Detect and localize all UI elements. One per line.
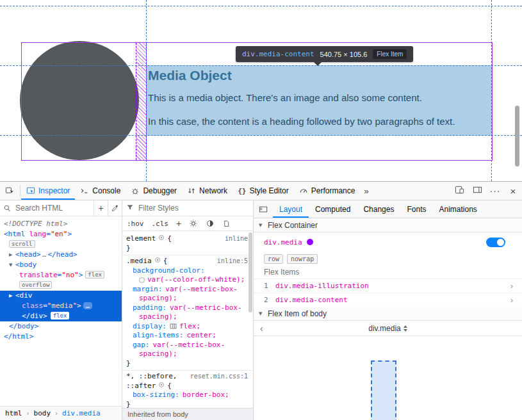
rule-selector[interactable]: .media	[126, 257, 152, 266]
rules-scrollbar[interactable]	[249, 232, 252, 312]
property-name[interactable]: margin:	[133, 285, 162, 295]
flex-badge-active[interactable]: flex	[51, 312, 70, 319]
page-scrollbar[interactable]	[515, 106, 519, 166]
pick-element-button[interactable]	[0, 182, 19, 200]
markup-panel: + <!DOCTYPE html> <html lang="en"> scrol…	[0, 200, 122, 420]
selector-highlighter-icon[interactable]	[158, 382, 165, 391]
close-devtools-button[interactable]: ×	[504, 182, 522, 200]
property-value[interactable]: flex;	[179, 322, 200, 332]
overflow-badge[interactable]: overflow	[19, 281, 52, 289]
property-value[interactable]: var(--metric-box-	[165, 285, 238, 295]
tab-debugger[interactable]: Debugger	[126, 182, 182, 200]
add-node-button[interactable]: +	[94, 200, 108, 216]
dock-options-button[interactable]	[468, 182, 486, 200]
select-arrows-icon	[404, 325, 407, 332]
flex-item-name[interactable]: div.media-illustration	[275, 282, 369, 290]
flex-overlay-color-swatch[interactable]	[307, 239, 313, 245]
property-value[interactable]: spacing);	[139, 312, 177, 322]
property-name[interactable]: align-items:	[133, 331, 183, 341]
flex-item-index: 1	[264, 282, 275, 290]
property-name[interactable]: gap:	[133, 341, 150, 350]
breadcrumb-div-media[interactable]: div.media	[62, 409, 101, 417]
rule-selector[interactable]: element	[126, 234, 156, 244]
body-node[interactable]: ▼<body	[0, 260, 122, 270]
twisty-open-icon[interactable]: ▼	[9, 260, 15, 270]
html-close-node[interactable]: </html>	[0, 332, 122, 342]
more-tabs-button[interactable]: »	[360, 182, 372, 200]
property-value[interactable]: spacing);	[139, 294, 177, 303]
dark-scheme-icon[interactable]	[206, 219, 215, 228]
flex-item-selector[interactable]: div.media	[368, 324, 407, 333]
tab-fonts[interactable]: Fonts	[400, 200, 432, 218]
devtools-toolbar: Inspector Console Debugger Network {} St…	[0, 182, 522, 200]
tab-style-editor[interactable]: {} Style Editor	[232, 182, 294, 200]
tab-console[interactable]: Console	[75, 182, 126, 200]
rules-toolbar: :hov .cls +	[122, 216, 253, 231]
tab-animations[interactable]: Animations	[432, 200, 483, 218]
selector-highlighter-icon[interactable]	[154, 257, 161, 266]
color-swatch[interactable]	[139, 277, 145, 283]
scroll-badge[interactable]: scroll	[9, 240, 35, 248]
pseudo-class-button[interactable]: :hov	[127, 220, 144, 228]
flex-overlay-toggle[interactable]	[486, 238, 505, 247]
devtools-menu-button[interactable]: ···	[486, 182, 504, 200]
rule-media: .media{inline:5 background-color: var(--…	[122, 255, 253, 371]
flex-item-section-header[interactable]: ▼Flex Item of body	[254, 307, 522, 321]
property-value[interactable]: center;	[186, 331, 216, 341]
property-name[interactable]: box-sizing:	[133, 391, 179, 400]
selected-div-media-node[interactable]: ▶<div class="media">… </div>flex	[0, 291, 122, 321]
html-node[interactable]: <html lang="en">	[0, 229, 122, 239]
flex-badge[interactable]: flex	[85, 271, 104, 279]
property-name[interactable]: padding:	[133, 303, 167, 313]
breadcrumb-html[interactable]: html	[5, 409, 22, 417]
add-rule-button[interactable]: +	[176, 218, 181, 229]
tab-computed[interactable]: Computed	[309, 200, 357, 218]
flex-container-element[interactable]: div.media	[264, 238, 302, 246]
property-value[interactable]: border-box;	[183, 391, 229, 400]
flex-item-row-2[interactable]: 2 div.media-content ›	[254, 293, 522, 307]
filter-styles-input[interactable]	[137, 203, 253, 213]
tab-inspector[interactable]: Inspector	[21, 182, 75, 200]
print-media-icon[interactable]	[222, 220, 231, 228]
body-close-node[interactable]: </body>	[0, 321, 122, 332]
light-scheme-icon[interactable]	[189, 219, 198, 228]
twisty-closed-icon[interactable]: ▶	[9, 291, 15, 301]
rule-source-link[interactable]: reset.min.css:1	[190, 372, 253, 382]
tab-changes[interactable]: Changes	[357, 200, 400, 218]
breadcrumb-body[interactable]: body	[34, 409, 51, 417]
twisty-closed-icon[interactable]: ▶	[9, 250, 15, 260]
sidebar-dock-icon[interactable]	[254, 200, 273, 218]
flex-display-icon[interactable]	[170, 323, 177, 330]
flex-item-basis-rect	[371, 360, 396, 420]
toolbar-separator	[20, 185, 20, 197]
eyedropper-button[interactable]	[108, 200, 122, 216]
rule-selector[interactable]: ::after	[126, 382, 156, 391]
property-value[interactable]: var(--metric-box-	[170, 303, 242, 313]
doctype-node[interactable]: <!DOCTYPE html>	[0, 219, 122, 229]
flex-item-row-1[interactable]: 1 div.media-illustration ›	[254, 279, 522, 293]
flex-item-name[interactable]: div.media-content	[275, 296, 348, 304]
firefox-devtools-window: Media Object This is a media object. The…	[0, 0, 522, 420]
property-value[interactable]: var(--color-off-white);	[147, 275, 245, 285]
tab-network[interactable]: Network	[182, 182, 232, 200]
selector-highlighter-icon[interactable]	[158, 234, 165, 244]
tab-layout[interactable]: Layout	[273, 200, 309, 218]
body-attributes-line[interactable]: translate="no">flex	[0, 270, 122, 280]
responsive-design-button[interactable]	[450, 182, 468, 200]
inline-ellipsis-button[interactable]: …	[83, 302, 92, 309]
rule-source-link[interactable]: inline:5	[217, 257, 253, 266]
tab-performance[interactable]: Performance	[294, 182, 361, 200]
back-arrow-icon[interactable]: ‹	[260, 323, 263, 334]
search-html-input[interactable]	[14, 203, 94, 213]
rule-selector[interactable]: *, ::before,	[126, 372, 177, 382]
property-name[interactable]: background-color:	[133, 266, 205, 276]
property-value[interactable]: spacing);	[139, 350, 177, 359]
flex-direction-badge: row	[264, 254, 283, 264]
flex-item-index: 2	[264, 296, 275, 304]
class-toggle-button[interactable]: .cls	[152, 220, 169, 228]
head-node[interactable]: ▶<head>…</head>	[0, 250, 122, 260]
property-value[interactable]: var(--metric-box-	[153, 341, 225, 350]
performance-icon	[299, 186, 308, 195]
property-name[interactable]: display:	[133, 322, 167, 332]
flex-container-section-header[interactable]: ▼Flex Container	[254, 218, 522, 232]
